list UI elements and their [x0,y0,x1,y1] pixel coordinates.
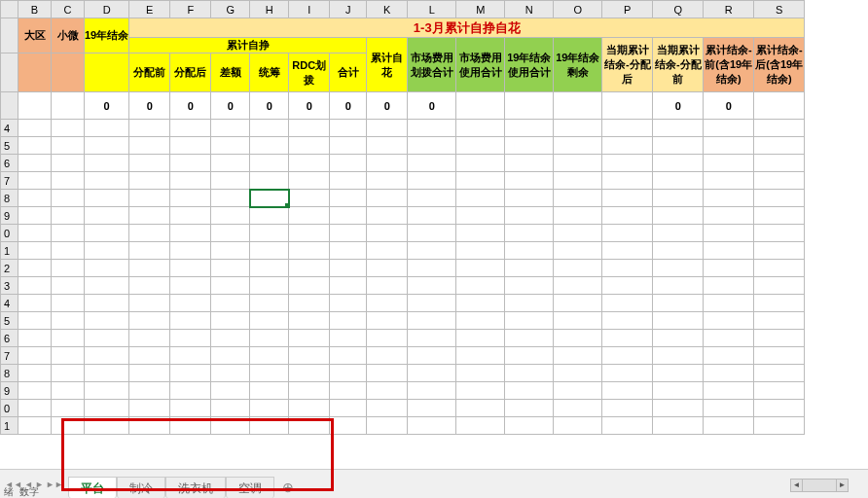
sub-19[interactable] [85,53,129,92]
col-H[interactable]: H [250,1,289,18]
cell-dq-hou[interactable]: 当期累计结余-分配后 [602,38,653,92]
row-hdr-8[interactable]: 8 [1,190,18,207]
horizontal-scrollbar[interactable]: ◄ ► [790,479,849,492]
col-N[interactable]: N [505,1,554,18]
cell-dq-qian[interactable]: 当期累计结余-分配前 [653,38,704,92]
data-I[interactable]: 0 [289,92,330,120]
data-D[interactable]: 0 [85,92,129,120]
sheet-tab-strip: ◄◄ ◄ ► ►► 平台 制冷 洗衣机 空调 ⊕ ◄ ► [0,469,868,498]
col-S[interactable]: S [754,1,805,18]
cell-19sy2[interactable]: 19年结余剩余 [554,38,602,92]
row-hdr-10[interactable]: 0 [1,225,18,242]
col-C[interactable]: C [52,1,85,18]
cell-19jieyu[interactable]: 19年结余 [85,18,129,53]
row-hdr-13[interactable]: 3 [1,277,18,295]
col-L[interactable]: L [408,1,456,18]
col-I[interactable]: I [289,1,330,18]
data-xiaowei[interactable] [52,92,85,120]
cell-daqu[interactable]: 大区 [18,18,52,53]
col-Q[interactable]: Q [653,1,704,18]
add-sheet-button[interactable]: ⊕ [274,477,302,498]
row-hdr-5[interactable]: 5 [1,137,18,155]
selected-cell-H8[interactable] [250,190,289,207]
col-O[interactable]: O [554,1,602,18]
row-hdr-21[interactable]: 1 [1,417,18,435]
col-M[interactable]: M [456,1,505,18]
cell-chae[interactable]: 差额 [211,53,250,92]
data-H[interactable]: 0 [250,92,289,120]
row-hdr-data[interactable] [1,92,18,120]
data-G[interactable]: 0 [211,92,250,120]
tab-last-icon[interactable]: ►► [46,480,63,489]
cell-lj-qian[interactable]: 累计结余-前(含19年结余) [704,38,754,92]
data-O[interactable] [554,92,602,120]
cell-leiji-zizhen[interactable]: 累计自挣 [129,38,367,53]
sheet-tabs: 平台 制冷 洗衣机 空调 ⊕ [68,477,302,498]
cell-fenpei-qian[interactable]: 分配前 [129,53,170,92]
row-hdr-16[interactable]: 6 [1,330,18,347]
corner-cell[interactable] [1,1,18,18]
data-J[interactable]: 0 [330,92,367,120]
col-K[interactable]: K [367,1,408,18]
merged-title[interactable]: 1-3月累计自挣自花 [129,18,805,38]
col-J[interactable]: J [330,1,367,18]
scroll-right-icon[interactable]: ► [836,480,848,491]
sub-daqu[interactable] [18,53,52,92]
col-E[interactable]: E [129,1,170,18]
sheet-tab-pingtai[interactable]: 平台 [68,477,117,498]
cell-19sy[interactable]: 19年结余使用合计 [505,38,554,92]
cell-sc-hb[interactable]: 市场费用划拨合计 [408,38,456,92]
row-hdr-14[interactable]: 4 [1,295,18,312]
row-hdr-6[interactable]: 6 [1,155,18,172]
data-row: 0 0 0 0 0 0 0 0 0 0 0 [1,92,805,120]
data-S[interactable] [754,92,805,120]
data-L[interactable]: 0 [408,92,456,120]
sheet-tab-xiyiji[interactable]: 洗衣机 [165,477,226,498]
row-hdr-9[interactable]: 9 [1,207,18,225]
row-hdr-12[interactable]: 2 [1,260,18,277]
col-P[interactable]: P [602,1,653,18]
spreadsheet-grid[interactable]: B C D E F G H I J K L M N O P Q R S 大区 小… [0,0,868,469]
cell-sc-sy[interactable]: 市场费用使用合计 [456,38,505,92]
row-hdr-4[interactable]: 4 [1,120,18,137]
data-N[interactable] [505,92,554,120]
col-F[interactable]: F [170,1,211,18]
col-B[interactable]: B [18,1,52,18]
cell-rdc[interactable]: RDC划拨 [289,53,330,92]
row-hdr-3[interactable] [1,53,18,92]
row-hdr-18[interactable]: 8 [1,365,18,382]
row-hdr-7[interactable]: 7 [1,172,18,190]
data-M[interactable] [456,92,505,120]
scroll-left-icon[interactable]: ◄ [791,480,803,491]
sheet-tab-kongdiao[interactable]: 空调 [226,477,274,498]
row-hdr-20[interactable]: 0 [1,400,18,417]
row-hdr-11[interactable]: 1 [1,242,18,260]
cell-xiaowei[interactable]: 小微 [52,18,85,53]
cell-tongchou[interactable]: 统筹 [250,53,289,92]
cell-heji[interactable]: 合计 [330,53,367,92]
data-Q[interactable]: 0 [653,92,704,120]
data-K[interactable]: 0 [367,92,408,120]
data-F[interactable]: 0 [170,92,211,120]
row-hdr-19[interactable]: 9 [1,382,18,400]
status-text: 绪 数字 [4,485,39,498]
cell-leiji-zihua[interactable]: 累计自花 [367,38,408,92]
sheet-tab-zhileng[interactable]: 制冷 [117,477,165,498]
cell-fenpei-hou[interactable]: 分配后 [170,53,211,92]
data-P[interactable] [602,92,653,120]
row-hdr-15[interactable]: 5 [1,312,18,330]
col-R[interactable]: R [704,1,754,18]
row-hdr-1-2[interactable] [1,18,18,53]
data-R[interactable]: 0 [704,92,754,120]
row-hdr-17[interactable]: 7 [1,347,18,365]
data-E[interactable]: 0 [129,92,170,120]
data-daqu[interactable] [18,92,52,120]
col-G[interactable]: G [211,1,250,18]
col-D[interactable]: D [85,1,129,18]
sub-xiaowei[interactable] [52,53,85,92]
column-header-row: B C D E F G H I J K L M N O P Q R S [1,1,805,18]
cell-lj-hou[interactable]: 累计结余-后(含19年结余) [754,38,805,92]
